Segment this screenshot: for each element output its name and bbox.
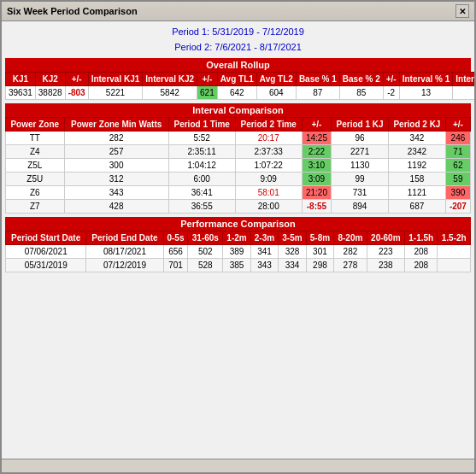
performance-comparison-table: Period Start Date Period End Date 0-5s 3… [5, 231, 471, 272]
p2-time-cell: 2:37:33 [235, 145, 302, 159]
min-watts-cell: 312 [64, 173, 168, 186]
v31-60-cell: 502 [188, 245, 223, 259]
performance-row: 05/31/2019 07/12/2019 701 528 385 343 33… [6, 259, 471, 272]
end-date-cell: 07/12/2019 [86, 259, 163, 272]
v31-60-cell: 528 [188, 259, 223, 272]
interval-row: Z6 343 36:41 58:01 21:20 731 1121 390 [6, 186, 471, 200]
period2-label: Period 2: 7/6/2021 - 8/17/2021 [5, 40, 471, 56]
avg-tl2-value: 604 [256, 86, 296, 100]
interval-kj1-value: 5221 [88, 86, 143, 100]
v8-20-cell: 278 [334, 259, 367, 272]
start-date-cell: 05/31/2019 [6, 259, 86, 272]
interval-comparison-table: Power Zone Power Zone Min Watts Period 1… [5, 117, 471, 214]
pc-col-0-5: 0-5s [163, 231, 188, 245]
zone-cell: Z5U [6, 173, 65, 186]
pc-col-20-60: 20-60m [367, 231, 404, 245]
interval-pct1-value: 13 [399, 86, 453, 100]
interval-comparison-header: Interval Comparison [5, 103, 471, 117]
pc-col-5-8: 5-8m [306, 231, 333, 245]
ic-col-p1-kj: Period 1 KJ [332, 118, 389, 132]
v1-1h-cell: 208 [405, 245, 438, 259]
time-diff-cell: 3:09 [302, 173, 332, 186]
base-pct1-value: 87 [296, 86, 339, 100]
content-area: Period 1: 5/31/2019 - 7/12/2019 Period 2… [2, 21, 474, 459]
p1-kj-cell: 96 [332, 132, 389, 145]
v1-2h-cell [438, 245, 471, 259]
base-pct2-value: 85 [339, 86, 383, 100]
overall-rollup-table: KJ1 KJ2 +/- Interval KJ1 Interval KJ2 +/… [5, 72, 474, 100]
time-diff-cell: 3:10 [302, 159, 332, 173]
interval-row: Z5U 312 6:00 9:09 3:09 99 158 59 [6, 173, 471, 186]
min-watts-cell: 282 [64, 132, 168, 145]
performance-comparison-header: Performance Comparison [5, 217, 471, 231]
ic-col-kj-diff: +/- [445, 118, 470, 132]
pc-col-1-1h: 1-1.5h [405, 231, 438, 245]
interval-kj2-value: 5842 [143, 86, 197, 100]
v2-3-cell: 341 [250, 245, 278, 259]
p1-kj-cell: 1130 [332, 159, 389, 173]
p2-time-cell: 9:09 [235, 173, 302, 186]
horizontal-scrollbar[interactable] [2, 459, 474, 472]
zone-cell: Z6 [6, 186, 65, 200]
p1-time-cell: 2:35:11 [168, 145, 235, 159]
kj2-value: 38828 [35, 86, 65, 100]
v20-60-cell: 238 [367, 259, 404, 272]
p1-time-cell: 5:52 [168, 132, 235, 145]
pc-col-2-3: 2-3m [250, 231, 278, 245]
kj-diff-cell: -207 [445, 200, 470, 214]
p2-kj-cell: 687 [389, 200, 446, 214]
interval-row: Z5L 300 1:04:12 1:07:22 3:10 1130 1192 6… [6, 159, 471, 173]
time-diff-cell: 2:22 [302, 145, 332, 159]
v3-5-cell: 334 [279, 259, 306, 272]
pc-col-end: Period End Date [86, 231, 163, 245]
v3-5-cell: 328 [279, 245, 306, 259]
ic-col-zone: Power Zone [6, 118, 65, 132]
v0-5-cell: 656 [163, 245, 188, 259]
ic-col-p1-time: Period 1 Time [168, 118, 235, 132]
pc-col-8-20: 8-20m [334, 231, 367, 245]
min-watts-cell: 343 [64, 186, 168, 200]
kj-diff-cell: 59 [445, 173, 470, 186]
base-pct-diff-value: -2 [383, 86, 399, 100]
col-kj1: KJ1 [6, 73, 36, 86]
performance-row: 07/06/2021 08/17/2021 656 502 389 341 32… [6, 245, 471, 259]
p1-time-cell: 36:41 [168, 186, 235, 200]
v5-8-cell: 301 [306, 245, 333, 259]
p1-kj-cell: 99 [332, 173, 389, 186]
zone-cell: Z5L [6, 159, 65, 173]
p1-kj-cell: 2271 [332, 145, 389, 159]
pc-col-start: Period Start Date [6, 231, 86, 245]
period-info: Period 1: 5/31/2019 - 7/12/2019 Period 2… [5, 25, 471, 55]
p2-kj-cell: 1192 [389, 159, 446, 173]
p1-kj-cell: 731 [332, 186, 389, 200]
kj-diff-cell: 71 [445, 145, 470, 159]
window-title: Six Week Period Comparison [7, 6, 138, 16]
col-interval-pct1: Interval % 1 [399, 73, 453, 86]
interval-row: Z7 428 36:55 28:00 -8:55 894 687 -207 [6, 200, 471, 214]
col-base-pct1: Base % 1 [296, 73, 339, 86]
v2-3-cell: 343 [250, 259, 278, 272]
pc-col-1-2: 1-2m [223, 231, 250, 245]
pc-col-3-5: 3-5m [279, 231, 306, 245]
min-watts-cell: 300 [64, 159, 168, 173]
time-diff-cell: 14:25 [302, 132, 332, 145]
rollup-row: 39631 38828 -803 5221 5842 621 642 604 8… [6, 86, 475, 100]
col-interval-kj1: Interval KJ1 [88, 73, 143, 86]
v1-2-cell: 385 [223, 259, 250, 272]
ic-col-p2-time: Period 2 Time [235, 118, 302, 132]
p2-kj-cell: 342 [389, 132, 446, 145]
min-watts-cell: 257 [64, 145, 168, 159]
ic-col-min-watts: Power Zone Min Watts [64, 118, 168, 132]
end-date-cell: 08/17/2021 [86, 245, 163, 259]
p2-time-cell: 58:01 [235, 186, 302, 200]
col-avg-tl2: Avg TL2 [256, 73, 296, 86]
p2-time-cell: 20:17 [235, 132, 302, 145]
v1-2h-cell [438, 259, 471, 272]
zone-cell: Z7 [6, 200, 65, 214]
main-window: Six Week Period Comparison ✕ Period 1: 5… [0, 0, 476, 474]
zone-cell: Z4 [6, 145, 65, 159]
close-button[interactable]: ✕ [455, 4, 469, 18]
time-diff-cell: -8:55 [302, 200, 332, 214]
interval-row: TT 282 5:52 20:17 14:25 96 342 246 [6, 132, 471, 145]
pc-col-31-60: 31-60s [188, 231, 223, 245]
